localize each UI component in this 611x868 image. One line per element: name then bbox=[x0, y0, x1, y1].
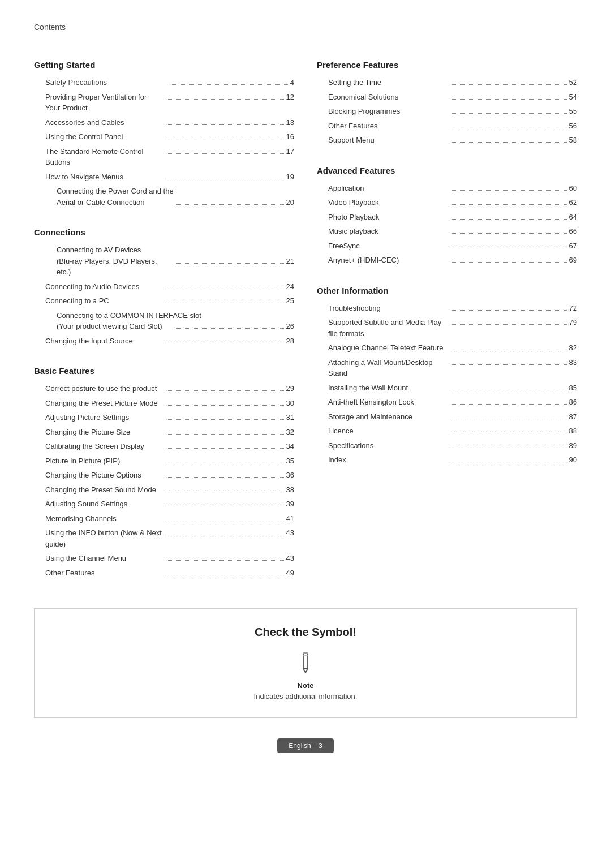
toc-item-teletext: Analogue Channel Teletext Feature 82 bbox=[317, 341, 577, 355]
toc-item-kensington: Anti-theft Kensington Lock 86 bbox=[317, 395, 577, 410]
toc-item-application: Application 60 bbox=[317, 181, 577, 196]
toc-item-preset-sound-mode: Changing the Preset Sound Mode 38 bbox=[34, 483, 294, 497]
toc-item-correct-posture: Correct posture to use the product 29 bbox=[34, 381, 294, 396]
toc-item-control-panel: Using the Control Panel 16 bbox=[34, 130, 294, 144]
footer-badge: English – 3 bbox=[277, 738, 333, 753]
toc-item-picture-size: Changing the Picture Size 32 bbox=[34, 425, 294, 440]
toc-item-setting-time: Setting the Time 52 bbox=[317, 75, 577, 90]
toc-item-memorising-channels: Memorising Channels 41 bbox=[34, 512, 294, 526]
symbol-note-label: Note bbox=[46, 681, 565, 690]
section-preference-features: Preference Features bbox=[317, 60, 577, 70]
toc-item-ventilation: Providing Proper Ventilation for Your Pr… bbox=[34, 90, 294, 115]
toc-item-troubleshooting: Troubleshooting 72 bbox=[317, 301, 577, 316]
toc-item-freesync: FreeSync 67 bbox=[317, 239, 577, 253]
toc-item-wall-mount: Attaching a Wall Mount/Desktop Stand 83 bbox=[317, 355, 577, 381]
footer: English – 3 bbox=[0, 729, 611, 762]
toc-item-pip: Picture In Picture (PIP) 35 bbox=[34, 454, 294, 469]
symbol-desc: Indicates additional information. bbox=[46, 692, 565, 701]
toc-item-photo-playback: Photo Playback 64 bbox=[317, 210, 577, 225]
contents-title: Contents bbox=[34, 23, 577, 32]
toc-item-anynet: Anynet+ (HDMI-CEC) 69 bbox=[317, 253, 577, 268]
toc-item-install-wall-mount: Installing the Wall Mount 85 bbox=[317, 381, 577, 396]
toc-item-sound-settings: Adjusting Sound Settings 39 bbox=[34, 497, 294, 512]
toc-item-index: Index 90 bbox=[317, 453, 577, 467]
toc-item-pc: Connecting to a PC 25 bbox=[34, 294, 294, 308]
toc-item-remote-control: The Standard Remote Control Buttons 17 bbox=[34, 144, 294, 170]
toc-item-audio-devices: Connecting to Audio Devices 24 bbox=[34, 280, 294, 294]
symbol-box-title: Check the Symbol! bbox=[46, 626, 565, 639]
toc-item-navigate-menus: How to Navigate Menus 19 bbox=[34, 170, 294, 184]
toc-item-common-interface: Connecting to a COMMON INTERFACE slot (Y… bbox=[34, 308, 294, 334]
section-advanced-features: Advanced Features bbox=[317, 166, 577, 175]
toc-item-picture-options: Changing the Picture Options 36 bbox=[34, 468, 294, 483]
toc-item-input-source: Changing the Input Source 28 bbox=[34, 334, 294, 349]
section-connections: Connections bbox=[34, 227, 294, 237]
toc-item-support-menu: Support Menu 58 bbox=[317, 133, 577, 148]
toc-item-specifications: Specifications 89 bbox=[317, 439, 577, 453]
left-column: Getting Started Safety Precautions 4 Pro… bbox=[34, 48, 294, 580]
toc-item-other-features-basic: Other Features 49 bbox=[34, 566, 294, 581]
toc-item-subtitle-formats: Supported Subtitle and Media Play file f… bbox=[317, 315, 577, 341]
toc-item-licence: Licence 88 bbox=[317, 424, 577, 439]
toc-item-info-button: Using the INFO button (Now & Next guide)… bbox=[34, 526, 294, 551]
toc-item-preset-picture-mode: Changing the Preset Picture Mode 30 bbox=[34, 396, 294, 411]
toc-item-power-cord: Connecting the Power Cord and the Aerial… bbox=[34, 184, 294, 209]
toc-item-other-features-pref: Other Features 56 bbox=[317, 119, 577, 134]
toc-item-picture-settings: Adjusting Picture Settings 31 bbox=[34, 410, 294, 425]
toc-item-economical: Economical Solutions 54 bbox=[317, 90, 577, 105]
section-getting-started: Getting Started bbox=[34, 60, 294, 70]
toc-item-video-playback: Video Playback 62 bbox=[317, 195, 577, 210]
toc-item-channel-menu: Using the Channel Menu 43 bbox=[34, 551, 294, 566]
toc-item-music-playback: Music playback 66 bbox=[317, 224, 577, 239]
svg-rect-2 bbox=[303, 652, 308, 654]
pencil-icon bbox=[46, 650, 565, 677]
section-other-information: Other Information bbox=[317, 286, 577, 295]
toc-item-storage: Storage and Maintenance 87 bbox=[317, 410, 577, 424]
toc-item-safety: Safety Precautions 4 bbox=[34, 75, 294, 90]
toc-item-accessories: Accessories and Cables 13 bbox=[34, 115, 294, 130]
toc-item-blocking: Blocking Programmes 55 bbox=[317, 104, 577, 119]
right-column: Preference Features Setting the Time 52 … bbox=[317, 48, 577, 580]
svg-marker-1 bbox=[303, 668, 308, 673]
toc-item-av-devices: Connecting to AV Devices (Blu-ray Player… bbox=[34, 243, 294, 280]
symbol-box: Check the Symbol! Note Indicates additio… bbox=[34, 608, 577, 718]
svg-rect-0 bbox=[303, 654, 308, 668]
toc-item-screen-display: Calibrating the Screen Display 34 bbox=[34, 439, 294, 454]
section-basic-features: Basic Features bbox=[34, 366, 294, 376]
